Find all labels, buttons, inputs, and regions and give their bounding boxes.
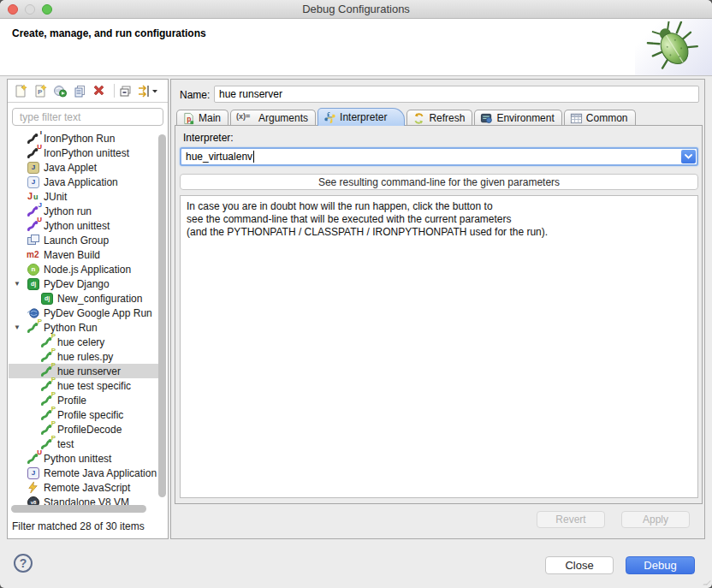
- tree-item-hue-test-specific[interactable]: Phue test specific: [9, 378, 159, 393]
- java-applet-icon: J: [27, 161, 40, 175]
- tree-item-jython-unittest[interactable]: UJython unittest: [9, 218, 159, 233]
- tab-label: Interpreter: [340, 111, 387, 123]
- tree-item-label: test: [57, 437, 74, 450]
- header-banner: Create, manage, and run configurations: [0, 19, 712, 76]
- tree-item-label: Profile: [57, 394, 86, 407]
- tree-item-hue-runserver[interactable]: Phue runserver: [9, 364, 159, 378]
- tree-item-new-configuration[interactable]: djNew_configuration: [9, 291, 159, 306]
- window-title: Debug Configurations: [0, 3, 712, 15]
- tree-item-remote-java-application[interactable]: JRemote Java Application: [9, 466, 159, 480]
- expander-icon[interactable]: ▼: [14, 324, 22, 331]
- configuration-detail-panel: Name: pMain(x)=ArgumentsInterpreterRefre…: [170, 79, 705, 539]
- close-button[interactable]: Close: [545, 556, 614, 574]
- tab-arguments[interactable]: (x)=Arguments: [230, 110, 316, 126]
- tree-vertical-scrollbar[interactable]: [158, 133, 166, 508]
- duplicate-icon: [73, 84, 86, 98]
- tree-item-python-run[interactable]: ▼PPython Run: [9, 320, 159, 335]
- help-text-line: (and the PYTHONPATH / CLASSPATH / IRONPY…: [187, 226, 691, 239]
- name-input[interactable]: [214, 86, 699, 103]
- tab-interpreter[interactable]: Interpreter: [317, 108, 405, 126]
- interpreter-label: Interpreter:: [183, 132, 234, 144]
- tab-label: Arguments: [258, 112, 308, 124]
- revert-button[interactable]: Revert: [537, 511, 605, 528]
- launch-group-icon: [27, 234, 40, 247]
- tree-item-java-application[interactable]: JJava Application: [9, 175, 159, 189]
- tab-label: Common: [586, 112, 628, 124]
- tree-item-label: Jython unittest: [44, 219, 110, 232]
- tree-item-node-js-application[interactable]: nNode.js Application: [9, 262, 159, 276]
- help-button[interactable]: ?: [14, 554, 33, 573]
- tab-label: Refresh: [429, 112, 465, 124]
- filter-input[interactable]: [12, 108, 163, 126]
- tree-item-launch-group[interactable]: Launch Group: [9, 233, 159, 247]
- tree-item-hue-celery[interactable]: Phue celery: [9, 335, 159, 349]
- tree-item-label: Jython run: [44, 205, 92, 217]
- svg-text:P: P: [38, 88, 43, 96]
- export-configurations-button[interactable]: [53, 82, 70, 99]
- tab-common[interactable]: Common: [564, 110, 636, 126]
- banner-title: Create, manage, and run configurations: [12, 27, 206, 39]
- tree-item-profile-specific[interactable]: PProfile specific: [9, 407, 159, 422]
- duplicate-button[interactable]: [73, 82, 90, 99]
- configurations-toolbar: P: [8, 80, 168, 103]
- collapse-all-icon: [118, 84, 132, 98]
- debug-button[interactable]: Debug: [626, 556, 695, 574]
- filter-menu-icon: [138, 84, 151, 98]
- tree-item-profile[interactable]: PProfile: [9, 393, 159, 407]
- remote-javascript-icon: [27, 481, 40, 495]
- tree-item-label: hue celery: [57, 336, 104, 348]
- tree-item-label: Maven Build: [44, 248, 100, 261]
- tree-item-hue-rules-py[interactable]: Phue rules.py: [9, 349, 159, 364]
- jython-unittest-icon: U: [27, 219, 40, 233]
- commandline-help-textarea[interactable]: In case you are in doubt how will the ru…: [180, 195, 698, 498]
- interpreter-dropdown-button[interactable]: [681, 150, 696, 163]
- tree-item-test[interactable]: Ptest: [9, 437, 159, 451]
- new-config-icon: [14, 84, 27, 98]
- tree-item-jython-run[interactable]: JJython run: [9, 204, 159, 218]
- tree-horizontal-scrollbar[interactable]: [11, 505, 157, 513]
- tree-item-pydev-django[interactable]: ▼djPyDev Django: [9, 276, 159, 291]
- tree-item-label: Launch Group: [44, 234, 109, 246]
- arguments-tab-icon: (x)=: [236, 112, 255, 125]
- new-prototype-button[interactable]: P: [33, 82, 50, 99]
- configurations-panel: P IIronPython RunUIronPython unittestJJa…: [7, 79, 169, 539]
- tree-item-label: IronPython unittest: [44, 146, 129, 159]
- interpreter-value: hue_virtualenv: [186, 151, 252, 163]
- tree-item-remote-javascript[interactable]: Remote JavaScript: [9, 480, 159, 495]
- tree-item-label: Profile specific: [57, 408, 123, 421]
- tree-item-label: hue test specific: [57, 379, 131, 392]
- tree-item-maven-build[interactable]: m2Maven Build: [9, 247, 159, 262]
- see-commandline-button[interactable]: See resulting command-line for the given…: [180, 174, 698, 190]
- tab-refresh[interactable]: Refresh: [406, 110, 472, 126]
- tree-item-ironpython-unittest[interactable]: UIronPython unittest: [9, 146, 159, 160]
- interpreter-combo[interactable]: hue_virtualenv: [180, 147, 698, 166]
- tree-item-label: Remote Java Application: [44, 466, 157, 479]
- tree-item-label: Node.js Application: [44, 263, 131, 276]
- tree-item-python-unittest[interactable]: UPython unittest: [9, 451, 159, 466]
- tree-item-pydev-google-app-run[interactable]: PyDev Google App Run: [9, 306, 159, 320]
- interpreter-tab-content: Interpreter: hue_virtualenv See resultin…: [175, 125, 703, 504]
- delete-button[interactable]: [92, 82, 110, 99]
- help-text-line: see the command-line that will be execut…: [187, 213, 691, 226]
- python-unittest-icon: U: [27, 452, 40, 466]
- tab-main[interactable]: pMain: [176, 110, 228, 126]
- refresh-tab-icon: [412, 112, 425, 125]
- tree-item-java-applet[interactable]: JJava Applet: [9, 160, 159, 175]
- title-bar[interactable]: Debug Configurations: [0, 0, 712, 19]
- apply-button[interactable]: Apply: [621, 511, 690, 528]
- tree-item-junit[interactable]: JuJUnit: [9, 189, 159, 204]
- collapse-all-button[interactable]: [118, 82, 135, 99]
- main-tab-icon: p: [182, 112, 195, 125]
- tree-item-ironpython-run[interactable]: IIronPython Run: [9, 131, 159, 146]
- filter-menu-button[interactable]: [138, 82, 155, 99]
- maven-build-icon: m2: [27, 248, 40, 262]
- tree-item-label: PyDev Django: [44, 277, 110, 290]
- tree-item-profiledecode[interactable]: PProfileDecode: [9, 422, 159, 437]
- tab-environment[interactable]: Environment: [474, 110, 561, 126]
- resize-grip[interactable]: [703, 581, 711, 585]
- tree-item-label: New_configuration: [57, 292, 142, 305]
- expander-icon[interactable]: ▼: [14, 280, 22, 288]
- new-configuration-button[interactable]: [14, 82, 31, 99]
- new-prototype-icon: P: [33, 84, 47, 98]
- nodejs-icon: n: [27, 263, 40, 276]
